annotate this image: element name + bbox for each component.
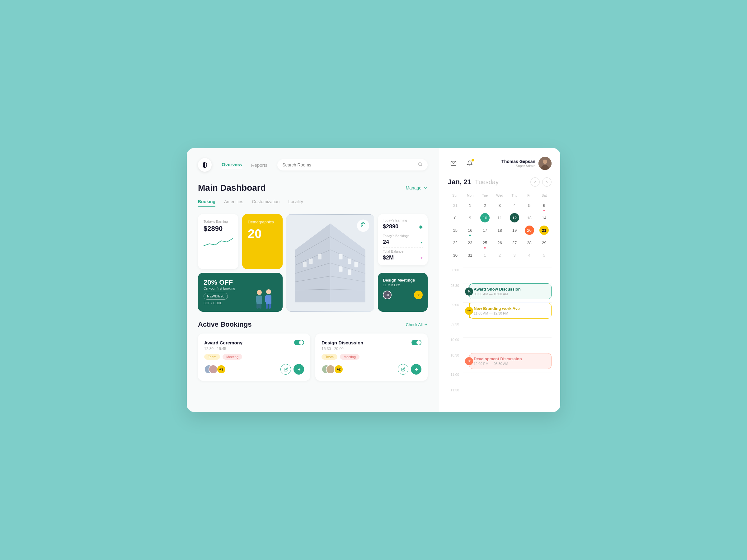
svg-point-23 [357,220,369,232]
time-slot-1000: 10:00 [448,337,551,353]
toggle-2[interactable] [411,340,421,345]
cal-date: Jan, 21 [448,178,471,186]
cal-day-17[interactable]: 17 [478,224,492,236]
dashboard-title: Main Dashboard [198,183,266,193]
cal-day-26[interactable]: 26 [492,236,507,249]
time-label-1000: 10:00 [448,337,459,353]
cal-day-31-prev[interactable]: 31 [448,199,463,212]
event-award-show[interactable]: Award Show Discussion 09:00 AM — 10:00 A… [469,284,551,299]
cal-day-5-next[interactable]: 5 [537,249,551,261]
bookings-icon: ● [420,240,423,244]
promo-illustration [252,287,276,312]
cal-next-btn[interactable]: › [542,177,551,187]
svg-rect-15 [339,254,342,260]
cal-day-9[interactable]: 9 [463,212,478,224]
event-dev-discussion[interactable]: Development Discussion 12:00 PM — 03:30 … [469,353,551,369]
cal-day-10[interactable]: 10 [478,212,492,224]
meetings-footer: 08 [383,291,423,299]
time-slot-0930: 09:30 [448,322,551,337]
cal-day-3-next[interactable]: 3 [507,249,522,261]
check-all-btn[interactable]: Check All [406,322,428,327]
tag-team-2: Team [321,354,337,359]
design-meetings-card: Design Meetings 11 Min Left 08 [378,273,428,312]
stats-card: Today's Earning $2890 ◆ Today's Bookings… [378,214,428,269]
event-branding[interactable]: New Branding work Ave 11:00 AM — 12:30 P… [469,303,551,319]
bookings-grid: Award Ceremony 12:30 - 15:45 Team Meetin… [198,334,428,381]
go-btn-1[interactable] [293,364,304,375]
cal-prev-btn[interactable]: ‹ [531,177,540,187]
booking-time-2: 16:30 - 20:00 [321,347,421,351]
cal-day-13[interactable]: 13 [522,212,537,224]
booking-name-1: Award Ceremony [204,340,242,345]
cal-day-1-next[interactable]: 1 [478,249,492,261]
cal-day-3[interactable]: 3 [492,199,507,212]
cal-day-21[interactable]: 21 [537,224,551,236]
calendar-header: Jan, 21 Tuesday ‹ › [448,177,551,187]
stats-earning-label: Today's Earning [383,218,423,222]
go-btn-2[interactable] [411,364,421,375]
header-icons [448,158,475,169]
active-bookings-title: Active Bookings [198,320,252,328]
calendar-grid: Sun Mon Tue Wed Thu Fri Sat 31 1 2 3 4 5 [448,192,551,261]
search-input[interactable] [282,162,415,167]
nav-reports[interactable]: Reports [251,162,268,168]
search-bar [277,159,428,170]
event-branding-time: 11:00 AM — 12:30 PM [474,312,547,315]
manage-button[interactable]: Manage [406,185,428,190]
cal-day-2-next[interactable]: 2 [492,249,507,261]
meetings-title: Design Meetings [383,278,423,283]
nav-overview[interactable]: Overview [222,162,242,168]
tab-amenities[interactable]: Amenities [224,199,243,207]
cal-day-19[interactable]: 19 [507,224,522,236]
earning-card: Today's Earning $2890 [198,214,238,269]
time-slot-0830: 08:30 Award Show Discussion 09:00 AM — 1… [448,283,551,302]
user-name: Thomas Gepsan [501,159,535,164]
event-icon-award [465,288,473,296]
notification-btn[interactable] [464,158,475,169]
svg-point-24 [257,290,262,295]
time-label-0930: 09:30 [448,322,459,337]
cal-day-4[interactable]: 4 [507,199,522,212]
edit-btn-2[interactable] [398,364,408,375]
cal-header-mon: Mon [463,192,478,199]
edit-btn-1[interactable] [280,364,291,375]
search-icon [418,162,423,168]
cal-day-20[interactable]: 20 [522,224,537,236]
cal-day-6[interactable]: 6 [537,199,551,212]
cal-day-30[interactable]: 30 [448,249,463,261]
time-slot-0900: 09:00 New Branding work Ave 11:00 AM — 1… [448,302,551,322]
svg-rect-18 [339,266,342,272]
cal-day-28[interactable]: 28 [522,236,537,249]
cal-day-4-next[interactable]: 4 [522,249,537,261]
meetings-arrow-btn[interactable] [414,291,423,299]
avatar-count-1: +9 [216,365,226,374]
cal-day-8[interactable]: 8 [448,212,463,224]
tab-locality[interactable]: Locality [288,199,303,207]
tab-customization[interactable]: Customization [252,199,280,207]
cal-day-23[interactable]: 23 [463,236,478,249]
time-content-0830: Award Show Discussion 09:00 AM — 10:00 A… [463,283,551,302]
nav-links: Overview Reports [222,162,267,168]
tab-booking[interactable]: Booking [198,199,215,207]
cal-day-25[interactable]: 25 [478,236,492,249]
cal-day-31[interactable]: 31 [463,249,478,261]
cal-day-27[interactable]: 27 [507,236,522,249]
timeline: 08:00 08:30 Award Show Discussion 09:00 … [448,268,551,403]
booking-card-2: Design Discussion 16:30 - 20:00 Team Mee… [315,334,428,381]
cal-day-1[interactable]: 1 [463,199,478,212]
cal-day-11[interactable]: 11 [492,212,507,224]
cal-day-14[interactable]: 14 [537,212,551,224]
building-image [286,214,374,312]
cal-day-29[interactable]: 29 [537,236,551,249]
toggle-1[interactable] [294,340,304,345]
cal-day-22[interactable]: 22 [448,236,463,249]
cal-day-16[interactable]: 16 [463,224,478,236]
logo[interactable] [198,158,212,172]
cal-day-2[interactable]: 2 [478,199,492,212]
cal-day-12[interactable]: 12 [507,212,522,224]
mail-btn[interactable] [448,158,459,169]
cal-day-5[interactable]: 5 [522,199,537,212]
cal-day-18[interactable]: 18 [492,224,507,236]
cal-day-15[interactable]: 15 [448,224,463,236]
dot-6 [543,210,545,211]
